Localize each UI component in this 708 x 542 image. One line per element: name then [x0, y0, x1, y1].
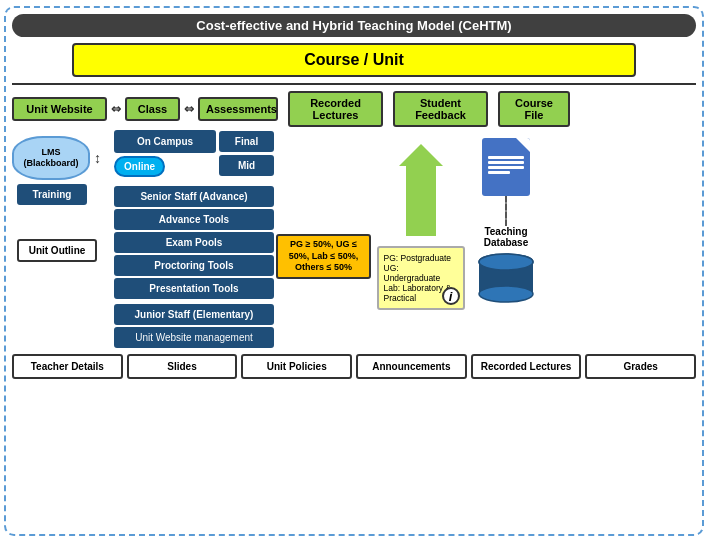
arrow-between-1: ⇔: [110, 102, 122, 116]
unit-outline-container: Unit Outline: [17, 239, 112, 262]
svg-point-3: [479, 254, 533, 270]
separator-line: [12, 83, 696, 85]
doc-line-3: [488, 166, 524, 169]
legend-ug: UG: Undergraduate: [384, 263, 458, 283]
mid-label: Mid: [238, 160, 255, 171]
online-pill: Online: [114, 156, 165, 177]
database-container: TeachingDatabase: [477, 226, 535, 307]
online-row: Online: [114, 156, 216, 177]
bottom-teacher-label: Teacher Details: [31, 361, 104, 372]
presentation-tools-label: Presentation Tools: [149, 283, 238, 294]
class-label: Class: [138, 103, 167, 115]
advance-tools-box: Advance Tools: [114, 209, 274, 230]
svg-point-2: [479, 286, 533, 302]
unit-website-mgmt-label: Unit Website management: [135, 332, 253, 343]
bottom-recorded-label: Recorded Lectures: [481, 361, 572, 372]
presentation-tools-box: Presentation Tools: [114, 278, 274, 299]
bottom-slides-label: Slides: [167, 361, 196, 372]
recorded-lectures-top-label: Recorded Lectures: [310, 97, 361, 121]
staff-boxes: Senior Staff (Advance) Advance Tools Exa…: [114, 186, 274, 348]
final-box: Final: [219, 131, 274, 152]
course-file-box: Course File: [498, 91, 570, 127]
mid-box: Mid: [219, 155, 274, 176]
campus-final-row: On Campus Online Final Mid: [114, 130, 274, 177]
unit-outline-box: Unit Outline: [17, 239, 97, 262]
online-label: Online: [124, 161, 155, 172]
doc-line-1: [488, 156, 524, 159]
document-icon: [482, 138, 530, 196]
senior-staff-label: Senior Staff (Advance): [140, 191, 247, 202]
training-container: Training: [17, 184, 112, 205]
percentage-text: PG ≥ 50%, UG ≤ 50%, Lab ≤ 50%, Others ≤ …: [289, 239, 358, 272]
percentage-box: PG ≥ 50%, UG ≤ 50%, Lab ≤ 50%, Others ≤ …: [276, 234, 371, 279]
info-icon: i: [442, 287, 460, 305]
unit-website-label: Unit Website: [26, 103, 92, 115]
course-unit-label: Course / Unit: [304, 51, 404, 68]
green-arrow-head: [399, 144, 443, 166]
title-text: Cost-effective and Hybrid Teaching Model…: [196, 18, 511, 33]
feedback-column: PG: Postgraduate UG: Undergraduate Lab: …: [373, 130, 468, 348]
student-feedback-label: Student Feedback: [415, 97, 466, 121]
bottom-row: Teacher Details Slides Unit Policies Ann…: [12, 354, 696, 379]
teaching-database-label: TeachingDatabase: [484, 226, 528, 248]
arrow-between-2: ⇔: [183, 102, 195, 116]
database-icon: [477, 252, 535, 307]
lms-row: LMS(Blackboard) ↕: [12, 136, 112, 180]
course-file-label: Course File: [515, 97, 553, 121]
bottom-slides: Slides: [127, 354, 238, 379]
bottom-grades-label: Grades: [623, 361, 657, 372]
recorded-column: PG ≥ 50%, UG ≤ 50%, Lab ≤ 50%, Others ≤ …: [276, 130, 371, 348]
pct-container: PG ≥ 50%, UG ≤ 50%, Lab ≤ 50%, Others ≤ …: [276, 234, 371, 279]
bottom-unit-policies: Unit Policies: [241, 354, 352, 379]
campus-boxes: On Campus Online: [114, 130, 216, 177]
unit-website-box: Unit Website: [12, 97, 107, 121]
bottom-unit-policies-label: Unit Policies: [267, 361, 327, 372]
coursefile-column: TeachingDatabase: [470, 130, 542, 348]
class-box: Class: [125, 97, 180, 121]
senior-staff-box: Senior Staff (Advance): [114, 186, 274, 207]
on-campus-label: On Campus: [137, 136, 193, 147]
exam-pools-box: Exam Pools: [114, 232, 274, 253]
student-feedback-box: Student Feedback: [393, 91, 488, 127]
junior-staff-label: Junior Staff (Elementary): [135, 309, 254, 320]
bottom-recorded-lectures: Recorded Lectures: [471, 354, 582, 379]
title-bar: Cost-effective and Hybrid Teaching Model…: [12, 14, 696, 37]
unit-website-mgmt-box: Unit Website management: [114, 327, 274, 348]
doc-line-2: [488, 161, 524, 164]
unit-outline-label: Unit Outline: [29, 245, 86, 256]
assessments-box: Assessments: [198, 97, 278, 121]
recorded-lectures-top-box: Recorded Lectures: [288, 91, 383, 127]
proctoring-tools-label: Proctoring Tools: [154, 260, 233, 271]
top-boxes-row: Unit Website ⇔ Class ⇔ Assessments Recor…: [12, 91, 696, 127]
final-label: Final: [235, 136, 258, 147]
lms-arrow: ↕: [94, 150, 101, 166]
on-campus-box: On Campus: [114, 130, 216, 153]
training-label: Training: [33, 189, 72, 200]
green-arrow-body: [406, 166, 436, 236]
bottom-announcements-label: Announcements: [372, 361, 450, 372]
training-box: Training: [17, 184, 87, 205]
body-content: LMS(Blackboard) ↕ Training Unit Outline: [12, 130, 696, 348]
lms-cloud: LMS(Blackboard): [12, 136, 90, 180]
advance-tools-label: Advance Tools: [159, 214, 229, 225]
assessments-label: Assessments: [206, 103, 277, 115]
class-column: On Campus Online Final Mid: [114, 130, 274, 348]
green-arrow-container: [399, 144, 443, 236]
bottom-grades: Grades: [585, 354, 696, 379]
junior-staff-box: Junior Staff (Elementary): [114, 304, 274, 325]
bottom-teacher-details: Teacher Details: [12, 354, 123, 379]
info-legend-box: PG: Postgraduate UG: Undergraduate Lab: …: [377, 246, 465, 310]
proctoring-tools-box: Proctoring Tools: [114, 255, 274, 276]
exam-pools-label: Exam Pools: [166, 237, 223, 248]
course-unit-box: Course / Unit: [72, 43, 636, 77]
doc-line-4: [488, 171, 510, 174]
main-container: Cost-effective and Hybrid Teaching Model…: [4, 6, 704, 536]
doc-corner: [516, 138, 530, 152]
final-boxes: Final Mid: [219, 131, 274, 176]
legend-pg: PG: Postgraduate: [384, 253, 458, 263]
lms-label: LMS(Blackboard): [23, 147, 78, 169]
left-column: LMS(Blackboard) ↕ Training Unit Outline: [12, 130, 112, 348]
bottom-announcements: Announcements: [356, 354, 467, 379]
dashed-connector: [505, 196, 507, 226]
doc-lines: [482, 156, 530, 174]
